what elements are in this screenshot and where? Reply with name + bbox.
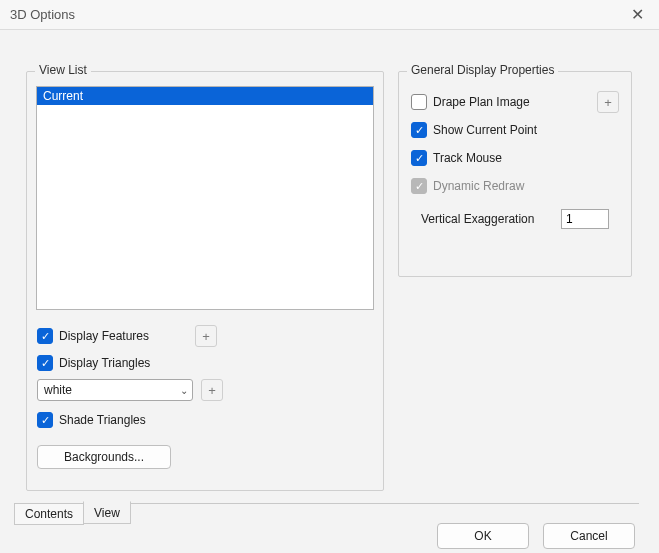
vertical-exag-input[interactable]	[561, 209, 609, 229]
ok-button[interactable]: OK	[437, 523, 529, 549]
general-display-legend: General Display Properties	[407, 63, 558, 77]
show-current-point-checkbox[interactable]: ✓	[411, 122, 427, 138]
view-list-legend: View List	[35, 63, 91, 77]
vertical-exag-label: Vertical Exaggeration	[421, 212, 534, 226]
drape-plan-label: Drape Plan Image	[433, 95, 530, 109]
title-bar: 3D Options ✕	[0, 0, 659, 30]
view-list-group: View List Current ✓ Display Features + ✓…	[26, 71, 384, 491]
tab-view[interactable]: View	[83, 501, 131, 524]
drape-plan-checkbox[interactable]	[411, 94, 427, 110]
display-features-checkbox[interactable]: ✓	[37, 328, 53, 344]
drape-plan-plus-button[interactable]: +	[597, 91, 619, 113]
backgrounds-button[interactable]: Backgrounds...	[37, 445, 171, 469]
shade-triangles-label: Shade Triangles	[59, 413, 146, 427]
close-icon[interactable]: ✕	[623, 4, 651, 26]
triangle-color-select[interactable]: white ⌄	[37, 379, 193, 401]
cancel-button[interactable]: Cancel	[543, 523, 635, 549]
chevron-down-icon: ⌄	[180, 385, 188, 396]
display-features-plus-button[interactable]: +	[195, 325, 217, 347]
triangle-color-plus-button[interactable]: +	[201, 379, 223, 401]
shade-triangles-checkbox[interactable]: ✓	[37, 412, 53, 428]
show-current-point-label: Show Current Point	[433, 123, 537, 137]
triangle-color-value: white	[44, 383, 72, 397]
tab-bar: Contents View	[14, 503, 639, 525]
display-features-label: Display Features	[59, 329, 149, 343]
window-title: 3D Options	[10, 7, 75, 22]
track-mouse-checkbox[interactable]: ✓	[411, 150, 427, 166]
view-list-item[interactable]: Current	[37, 87, 373, 105]
track-mouse-label: Track Mouse	[433, 151, 502, 165]
dynamic-redraw-label: Dynamic Redraw	[433, 179, 524, 193]
view-listbox[interactable]: Current	[36, 86, 374, 310]
display-triangles-label: Display Triangles	[59, 356, 150, 370]
display-triangles-checkbox[interactable]: ✓	[37, 355, 53, 371]
dialog-buttons: OK Cancel	[437, 523, 635, 549]
tab-contents[interactable]: Contents	[14, 504, 84, 525]
general-display-group: General Display Properties Drape Plan Im…	[398, 71, 632, 277]
dynamic-redraw-checkbox: ✓	[411, 178, 427, 194]
